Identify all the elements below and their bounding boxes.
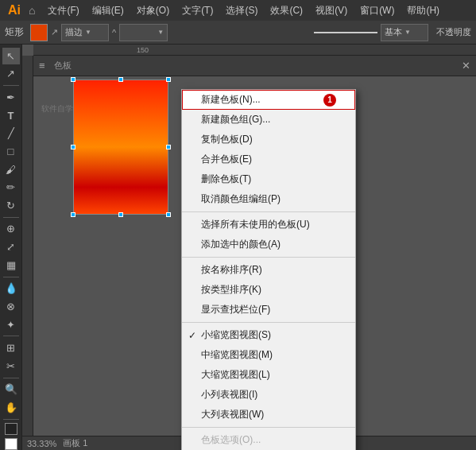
fill-swatch[interactable] [30, 24, 48, 41]
swatches-dropdown-menu: 新建色板(N)... 1 新建颜色组(G)... 复制色板(D) 合并色板(E)… [181, 89, 356, 450]
menu-bar: Ai ⌂ 文件(F) 编辑(E) 对象(O) 文字(T) 选择(S) 效果(C)… [0, 0, 476, 21]
stroke-color-box[interactable] [5, 438, 17, 450]
sep-2 [182, 257, 355, 258]
menu-item-sort-name[interactable]: 按名称排序(R) [182, 260, 355, 280]
zoom-tool[interactable]: 🔍 [2, 382, 20, 398]
chevron-down-icon3: ▼ [404, 29, 411, 36]
scale-tool[interactable]: ⤢ [2, 239, 20, 255]
tool-sep-5 [3, 378, 19, 378]
tool-sep-3 [3, 277, 19, 277]
menu-text[interactable]: 文字(T) [176, 0, 219, 21]
menu-item-small-list[interactable]: 小列表视图(I) [182, 385, 355, 405]
rotate-tool[interactable]: ↻ [2, 197, 20, 214]
menu-item-sort-type[interactable]: 按类型排序(K) [182, 280, 355, 300]
menu-view[interactable]: 视图(V) [309, 0, 354, 21]
menu-item-small-thumb[interactable]: ✓ 小缩览图视图(S) [182, 325, 355, 345]
menu-object[interactable]: 对象(O) [130, 0, 176, 21]
ruler-top: 150 [33, 45, 476, 56]
tool-sep-6 [3, 419, 19, 420]
menu-file[interactable]: 文件(F) [41, 0, 85, 21]
selection-handle-bl[interactable] [71, 212, 75, 217]
workspace-dropdown[interactable]: 基本 ▼ [381, 24, 428, 41]
type-tool[interactable]: T [2, 107, 20, 124]
tool-sep-4 [3, 336, 19, 336]
graph-tool[interactable]: ▦ [2, 257, 20, 273]
line-separator [314, 32, 377, 33]
sep-3 [182, 322, 355, 323]
menu-item-add-selected[interactable]: 添加选中的颜色(A) [182, 235, 355, 254]
chevron-down-icon: ▼ [85, 29, 91, 36]
hand-tool[interactable]: ✋ [2, 399, 20, 416]
menu-item-show-find[interactable]: 显示查找栏位(F) [182, 300, 355, 320]
shape-label: 矩形 [5, 25, 24, 39]
menu-item-ungroup[interactable]: 取消颜色组编组(P) [182, 189, 355, 209]
direct-selection-tool[interactable]: ↗ [2, 66, 20, 83]
menu-item-delete[interactable]: 删除色板(T) [182, 169, 355, 189]
opacity-label: 不透明度 [436, 26, 471, 38]
menu-item-large-list[interactable]: 大列表视图(W) [182, 405, 355, 425]
sep-1 [182, 211, 355, 212]
sep-4 [182, 427, 355, 428]
toolbar-row: 矩形 ↗ 描边 ▼ ^ ▼ 基本 ▼ 不透明度 [0, 21, 476, 45]
selection-handle-ml[interactable] [71, 145, 75, 149]
blend-tool[interactable]: ⊗ [2, 298, 20, 315]
symbol-tool[interactable]: ✦ [2, 316, 20, 333]
paintbrush-tool[interactable]: 🖌 [2, 161, 20, 178]
selection-handle-mr[interactable] [166, 145, 171, 149]
warp-tool[interactable]: ⊕ [2, 221, 20, 238]
menu-item-new-swatch-label: 新建色板(N)... [201, 93, 261, 107]
app-logo: Ai [3, 3, 25, 17]
menu-select[interactable]: 选择(S) [219, 0, 264, 21]
stroke-value-dropdown[interactable]: ▼ [119, 24, 168, 41]
pencil-tool[interactable]: ✏ [2, 179, 20, 196]
menu-item-merge[interactable]: 合并色板(E) [182, 149, 355, 169]
badge-1: 1 [323, 94, 336, 107]
slice-tool[interactable]: ✂ [2, 358, 20, 374]
left-toolbar: ↖ ↗ ✒ T ╱ □ 🖌 ✏ ↻ ⊕ ⤢ ▦ 💧 ⊗ ✦ ⊞ ✂ 🔍 ✋ [0, 45, 22, 450]
selection-handle-tr[interactable] [166, 77, 171, 82]
chevron-down-icon2: ▼ [157, 29, 164, 36]
selection-tool[interactable]: ↖ [2, 48, 20, 64]
menu-item-medium-thumb[interactable]: 中缩览图视图(M) [182, 345, 355, 365]
zoom-level: 33.33% [27, 439, 56, 448]
main-area: ↖ ↗ ✒ T ╱ □ 🖌 ✏ ↻ ⊕ ⤢ ▦ 💧 ⊗ ✦ ⊞ ✂ 🔍 ✋ ≡ … [0, 45, 476, 450]
check-icon: ✓ [188, 330, 196, 341]
menu-effect[interactable]: 效果(C) [264, 0, 309, 21]
menu-item-swatch-options: 色板选项(O)... [182, 430, 355, 450]
canvas-gradient-rect[interactable] [73, 80, 168, 215]
toolbar-right: 基本 ▼ 不透明度 [314, 24, 471, 41]
ruler-left [22, 56, 33, 450]
selection-handle-bm[interactable] [118, 212, 123, 217]
artboard-label: 画板 1 [63, 437, 87, 449]
stroke-icon: ↗ [51, 27, 58, 37]
stroke-dropdown[interactable]: 描边 ▼ [61, 24, 109, 41]
eyedropper-tool[interactable]: 💧 [2, 281, 20, 297]
ruler-mark-150: 150 [137, 46, 149, 54]
pen-tool[interactable]: ✒ [2, 89, 20, 106]
selection-handle-br[interactable] [166, 212, 171, 217]
menu-window[interactable]: 窗口(W) [354, 0, 401, 21]
menu-edit[interactable]: 编辑(E) [86, 0, 130, 21]
rect-tool[interactable]: □ [2, 143, 20, 160]
up-icon: ^ [112, 28, 116, 37]
artboard-tool[interactable]: ⊞ [2, 339, 20, 356]
menu-item-select-unused[interactable]: 选择所有未使用的色板(U) [182, 215, 355, 235]
tool-sep-1 [3, 85, 19, 86]
tool-sep-2 [3, 217, 19, 218]
selection-handle-tm[interactable] [118, 77, 123, 82]
fill-color-box[interactable] [5, 423, 17, 435]
canvas-area: ≡ 色板 ✕ 150 软件自学网：RJZXW.COM [22, 45, 476, 450]
menu-item-duplicate[interactable]: 复制色板(D) [182, 130, 355, 149]
menu-item-large-thumb[interactable]: 大缩览图视图(L) [182, 365, 355, 385]
menu-item-new-swatch[interactable]: 新建色板(N)... 1 [182, 90, 355, 110]
menu-help[interactable]: 帮助(H) [401, 0, 446, 21]
line-tool[interactable]: ╱ [2, 126, 20, 142]
selection-handle-tl[interactable] [71, 77, 75, 82]
menu-item-new-color-group[interactable]: 新建颜色组(G)... [182, 110, 355, 130]
home-icon[interactable]: ⌂ [29, 4, 35, 17]
